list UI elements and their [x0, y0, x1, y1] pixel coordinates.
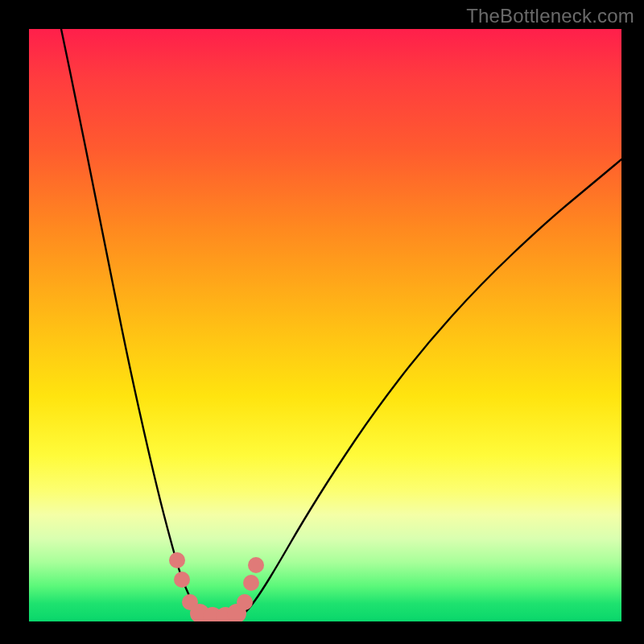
watermark-text: TheBottleneck.com — [466, 5, 634, 27]
marker-dot — [174, 572, 190, 588]
marker-dot — [243, 575, 259, 591]
curve-layer — [61, 29, 621, 620]
marker-dot — [248, 557, 264, 573]
marker-dot — [237, 594, 253, 610]
marker-dot — [169, 552, 185, 568]
plot-area — [29, 29, 621, 621]
series-left-curve — [61, 29, 201, 615]
series-right-curve — [238, 159, 621, 618]
marker-layer — [169, 552, 264, 621]
chart-svg — [29, 29, 621, 621]
outer-frame: TheBottleneck.com — [0, 0, 644, 644]
